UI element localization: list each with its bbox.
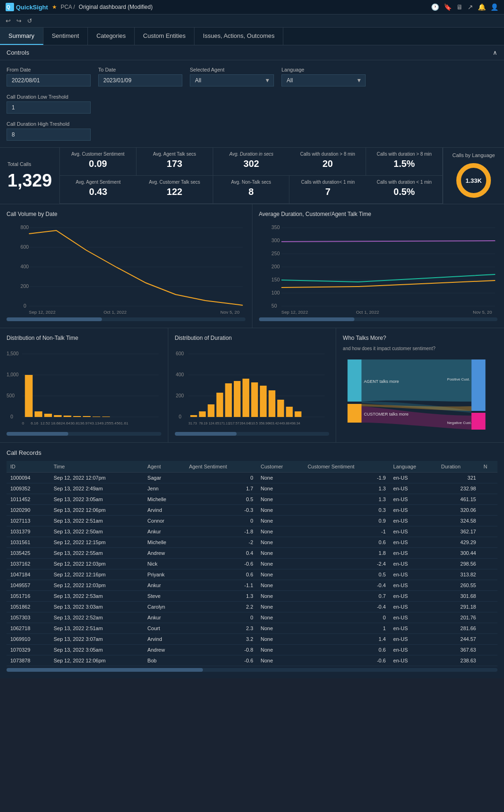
cell-extra <box>480 623 497 634</box>
svg-rect-96 <box>472 359 486 411</box>
cell-agent-sentiment: -0.6 <box>185 559 257 569</box>
cell-time: Sep 13, 2022 2:50am <box>50 526 144 537</box>
dist-duration-title: Distribution of Duration <box>175 335 330 341</box>
table-row[interactable]: 1000094 Sep 12, 2022 12:07pm Sagar 0 Non… <box>7 473 497 483</box>
table-scrollbar[interactable] <box>7 668 497 672</box>
table-row[interactable]: 1047184 Sep 12, 2022 12:16pm Priyank 0.6… <box>7 569 497 580</box>
table-row[interactable]: 1031561 Sep 12, 2022 12:15pm Michelle -2… <box>7 537 497 548</box>
cell-agent: Ankur <box>144 580 185 591</box>
cell-time: Sep 13, 2022 3:07am <box>50 634 144 645</box>
low-threshold-input[interactable] <box>7 101 91 114</box>
from-date-input[interactable] <box>7 74 91 86</box>
cell-duration: 298.56 <box>437 559 480 569</box>
cell-customer-sentiment: 0 <box>304 612 389 623</box>
cell-agent: Arvind <box>144 505 185 516</box>
positive-label: Positive Cust. <box>447 377 470 381</box>
cell-customer-sentiment: 1 <box>304 623 389 634</box>
col-time[interactable]: Time <box>50 461 144 473</box>
cell-language: en-US <box>389 569 437 580</box>
cell-agent: Connor <box>144 516 185 526</box>
cell-agent-sentiment: 0 <box>185 473 257 483</box>
tab-issues[interactable]: Issues, Actions, Outcomes <box>194 28 283 45</box>
table-row[interactable]: 1049557 Sep 12, 2022 12:03pm Ankur -1.1 … <box>7 580 497 591</box>
cell-agent-sentiment: -1.1 <box>185 580 257 591</box>
col-customer-sentiment[interactable]: Customer Sentiment <box>304 461 389 473</box>
cell-language: en-US <box>389 526 437 537</box>
tab-sentiment[interactable]: Sentiment <box>43 28 88 45</box>
cell-customer: None <box>257 473 304 483</box>
col-duration[interactable]: Duration <box>437 461 480 473</box>
col-language[interactable]: Language <box>389 461 437 473</box>
collapse-icon[interactable]: ∧ <box>493 49 497 56</box>
table-row[interactable]: 1009352 Sep 13, 2022 2:49am Jenn 1.7 Non… <box>7 483 497 494</box>
cell-agent: Michelle <box>144 537 185 548</box>
duration-dist-scrollbar[interactable] <box>175 432 330 436</box>
cell-customer-sentiment: -1.9 <box>304 473 389 483</box>
cell-customer: None <box>257 591 304 602</box>
table-row[interactable]: 1051716 Sep 13, 2022 2:53am Steve 1.3 No… <box>7 591 497 602</box>
cell-language: en-US <box>389 623 437 634</box>
from-date-label: From Date <box>7 67 91 72</box>
to-date-input[interactable] <box>98 74 182 86</box>
nontalk-scrollbar[interactable] <box>7 432 161 436</box>
to-date-label: To Date <box>98 67 182 72</box>
cell-agent-sentiment: -1.8 <box>185 526 257 537</box>
table-row[interactable]: 1070329 Sep 13, 2022 3:05am Andrew -0.8 … <box>7 645 497 655</box>
cell-agent: Steve <box>144 591 185 602</box>
cell-agent-sentiment: 2.2 <box>185 602 257 612</box>
col-agent-sentiment[interactable]: Agent Sentiment <box>185 461 257 473</box>
user-icon[interactable]: 👤 <box>490 3 498 11</box>
kpi-avg-nontalk: Avg. Non-Talk secs 8 <box>213 176 290 204</box>
tab-custom-entities[interactable]: Custom Entities <box>135 28 194 45</box>
undo-icon[interactable]: ↩ <box>6 17 11 24</box>
col-customer[interactable]: Customer <box>257 461 304 473</box>
cell-customer: None <box>257 526 304 537</box>
high-threshold-input[interactable] <box>7 129 91 141</box>
bell-icon[interactable]: 🔔 <box>478 3 486 11</box>
cell-extra <box>480 526 497 537</box>
table-row[interactable]: 1069910 Sep 13, 2022 3:07am Arvind 3.2 N… <box>7 634 497 645</box>
share-icon[interactable]: ↗ <box>468 3 473 11</box>
redo-icon[interactable]: ↪ <box>16 17 22 24</box>
language-select[interactable]: All <box>281 74 366 86</box>
cell-agent-sentiment: -0.3 <box>185 505 257 516</box>
table-row[interactable]: 1062718 Sep 13, 2022 2:51am Court 2.3 No… <box>7 623 497 634</box>
cell-time: Sep 12, 2022 12:03pm <box>50 580 144 591</box>
table-row[interactable]: 1011452 Sep 13, 2022 3:05am Michelle 0.5… <box>7 494 497 505</box>
svg-rect-46 <box>64 416 72 417</box>
monitor-icon[interactable]: 🖥 <box>456 3 463 11</box>
agent-group: Selected Agent All ▼ <box>190 67 274 86</box>
table-row[interactable]: 1027113 Sep 13, 2022 2:51am Connor 0 Non… <box>7 516 497 526</box>
bookmark-icon[interactable]: 🔖 <box>444 3 452 11</box>
svg-rect-42 <box>25 375 33 417</box>
table-row[interactable]: 1031379 Sep 13, 2022 2:50am Ankur -1.8 N… <box>7 526 497 537</box>
clock-icon[interactable]: 🕐 <box>431 3 439 11</box>
agent-label: Selected Agent <box>190 67 274 72</box>
refresh-icon[interactable]: ↺ <box>27 17 32 24</box>
table-row[interactable]: 1037162 Sep 12, 2022 12:03pm Nick -0.6 N… <box>7 559 497 569</box>
svg-text:Sep 12, 2022: Sep 12, 2022 <box>29 310 56 315</box>
duration-scrollbar[interactable] <box>259 317 498 321</box>
tab-categories[interactable]: Categories <box>88 28 135 45</box>
cell-language: en-US <box>389 612 437 623</box>
cell-agent-sentiment: -2 <box>185 537 257 548</box>
svg-text:78.19: 78.19 <box>199 422 207 425</box>
cell-extra <box>480 602 497 612</box>
table-row[interactable]: 1057303 Sep 13, 2022 2:52am Ankur 0 None… <box>7 612 497 623</box>
kpi-avg-duration: Avg. Duration in secs 302 <box>213 148 290 176</box>
tab-summary[interactable]: Summary <box>0 28 43 45</box>
cell-customer-sentiment: 0.3 <box>304 505 389 516</box>
col-extra: N <box>480 461 497 473</box>
agent-select[interactable]: All <box>190 74 274 86</box>
col-agent[interactable]: Agent <box>144 461 185 473</box>
table-row[interactable]: 1035425 Sep 13, 2022 2:55am Andrew 0.4 N… <box>7 548 497 559</box>
cell-duration: 301.68 <box>437 591 480 602</box>
call-records-table: ID Time Agent Agent Sentiment Customer C… <box>7 461 497 666</box>
cell-duration: 362.17 <box>437 526 480 537</box>
cell-duration: 320.06 <box>437 505 480 516</box>
table-row[interactable]: 1051862 Sep 13, 2022 3:03am Carolyn 2.2 … <box>7 602 497 612</box>
table-row[interactable]: 1073878 Sep 12, 2022 12:06pm Bob -0.6 No… <box>7 655 497 666</box>
col-id[interactable]: ID <box>7 461 50 473</box>
volume-scrollbar[interactable] <box>7 317 245 321</box>
table-row[interactable]: 1020290 Sep 13, 2022 12:06pm Arvind -0.3… <box>7 505 497 516</box>
